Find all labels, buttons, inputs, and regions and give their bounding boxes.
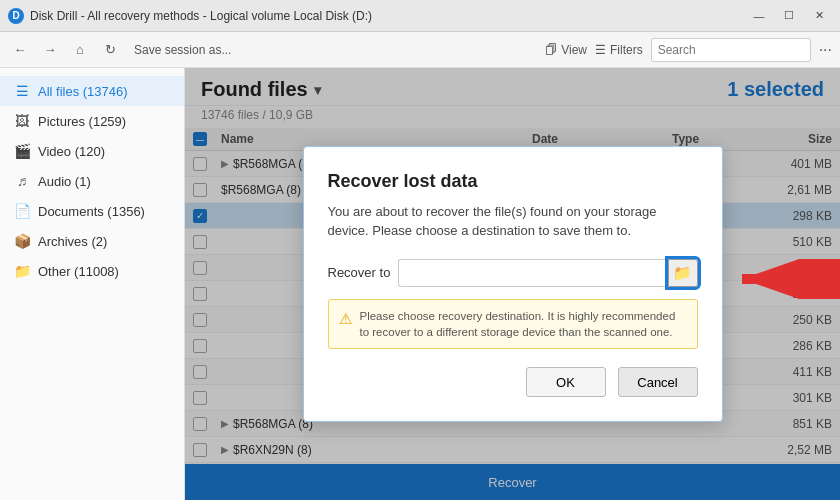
video-icon: 🎬 [14,143,30,159]
home-button[interactable]: ⌂ [68,38,92,62]
documents-icon: 📄 [14,203,30,219]
forward-button[interactable]: → [38,38,62,62]
save-session-button[interactable]: Save session as... [128,41,237,59]
archives-icon: 📦 [14,233,30,249]
filters-button[interactable]: ☰ Filters [595,43,643,57]
app-icon: D [8,8,24,24]
toolbar: ← → ⌂ ↻ Save session as... 🗍 View ☰ Filt… [0,32,840,68]
warning-text: Please choose recovery destination. It i… [360,308,687,340]
window-title: Disk Drill - All recovery methods - Logi… [30,9,746,23]
sidebar-item-all-files[interactable]: ☰ All files (13746) [0,76,184,106]
arrow-indicator [732,259,841,299]
view-button[interactable]: 🗍 View [545,43,587,57]
dialog-description: You are about to recover the file(s) fou… [328,202,698,241]
search-input[interactable] [651,38,811,62]
content-area: Found files ▾ 1 selected 13746 files / 1… [185,68,840,500]
sidebar-item-archives[interactable]: 📦 Archives (2) [0,226,184,256]
folder-icon: 📁 [673,264,692,282]
minimize-button[interactable]: — [746,6,772,26]
red-arrow-svg [732,259,841,299]
recover-to-row: Recover to 📁 [328,259,698,287]
recover-to-input-wrap: 📁 [398,259,697,287]
warning-box: ⚠ Please choose recovery destination. It… [328,299,698,349]
modal-overlay: Recover lost data You are about to recov… [185,68,840,500]
sidebar-item-audio[interactable]: ♬ Audio (1) [0,166,184,196]
sidebar-item-video[interactable]: 🎬 Video (120) [0,136,184,166]
refresh-button[interactable]: ↻ [98,38,122,62]
browse-button[interactable]: 📁 [668,259,698,287]
maximize-button[interactable]: ☐ [776,6,802,26]
sidebar: ☰ All files (13746) 🖼 Pictures (1259) 🎬 … [0,68,185,500]
filters-icon: ☰ [595,43,606,57]
sidebar-item-pictures[interactable]: 🖼 Pictures (1259) [0,106,184,136]
pictures-icon: 🖼 [14,113,30,129]
more-options-button[interactable]: ··· [819,41,832,59]
recover-to-label: Recover to [328,265,391,280]
cancel-button[interactable]: Cancel [618,367,698,397]
sidebar-item-other[interactable]: 📁 Other (11008) [0,256,184,286]
titlebar: D Disk Drill - All recovery methods - Lo… [0,0,840,32]
ok-button[interactable]: OK [526,367,606,397]
sidebar-item-documents[interactable]: 📄 Documents (1356) [0,196,184,226]
dialog-buttons: OK Cancel [328,367,698,397]
main-layout: ☰ All files (13746) 🖼 Pictures (1259) 🎬 … [0,68,840,500]
close-button[interactable]: ✕ [806,6,832,26]
view-icon: 🗍 [545,43,557,57]
audio-icon: ♬ [14,173,30,189]
recover-dialog: Recover lost data You are about to recov… [303,146,723,422]
back-button[interactable]: ← [8,38,32,62]
dialog-title: Recover lost data [328,171,698,192]
all-files-icon: ☰ [14,83,30,99]
recover-to-input[interactable] [398,259,667,287]
window-controls: — ☐ ✕ [746,6,832,26]
warning-icon: ⚠ [339,308,352,340]
other-icon: 📁 [14,263,30,279]
